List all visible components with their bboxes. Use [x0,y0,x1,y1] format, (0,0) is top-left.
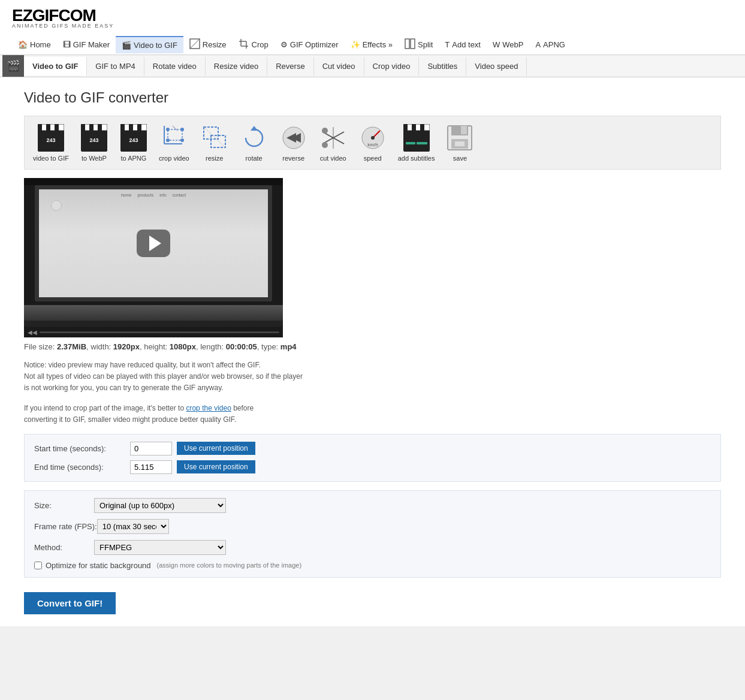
optimizer-icon: ⚙ [280,40,288,49]
svg-rect-11 [46,124,50,131]
tool-label: to WebP [82,155,107,162]
framerate-row: Frame rate (FPS): 10 (max 30 seconds) 15… [34,519,711,534]
second-nav: 🎬 Video to GIF GIF to MP4 Rotate video R… [0,55,745,77]
nav-split[interactable]: Split [399,35,439,55]
nav-add-text[interactable]: T Add text [439,37,487,53]
top-nav: 🏠 Home 🎞 GIF Maker 🎬 Video to GIF Resize… [12,35,733,55]
svg-rect-49 [403,129,430,152]
film-icon-box: 🎬 [2,55,24,77]
tool-label: video to GIF [33,155,69,162]
sub-nav-cut-video[interactable]: Cut video [314,57,364,76]
tool-label: reverse [282,155,304,162]
optimize-note: (assign more colors to moving parts of t… [157,562,302,569]
tool-video-to-gif[interactable]: 243 video to GIF [28,121,74,164]
svg-rect-17 [89,124,93,131]
tool-label: speed [364,155,382,162]
sub-nav-subtitles[interactable]: Subtitles [419,57,466,76]
tool-add-subtitles[interactable]: add subtitles [393,121,440,164]
nav-video-to-gif[interactable]: 🎬 Video to GIF [116,36,183,53]
svg-point-44 [322,128,328,134]
svg-line-33 [173,126,177,131]
tool-cut-video[interactable]: cut video [314,121,352,164]
nav-webp[interactable]: W WebP [487,37,529,53]
svg-rect-53 [420,124,424,131]
end-time-row: End time (seconds): Use current position [34,460,711,474]
notice-line3: is not working for you, you can try to g… [24,382,721,394]
play-button[interactable] [137,230,170,257]
nav-crop[interactable]: Crop [233,35,275,55]
sub-nav-gif-to-mp4[interactable]: GIF to MP4 [87,57,144,76]
svg-rect-52 [412,124,416,131]
tool-rotate[interactable]: rotate [235,121,273,164]
svg-rect-12 [55,124,59,131]
sub-nav-rotate-video[interactable]: Rotate video [144,57,206,76]
end-time-use-current[interactable]: Use current position [177,460,255,473]
svg-rect-54 [406,142,415,144]
sub-nav-video-speed[interactable]: Video speed [466,57,527,76]
svg-line-1 [190,39,200,49]
tool-to-apng[interactable]: 243 to APNG [114,121,153,164]
size-select[interactable]: Original (up to 600px) 320px 480px 640px… [94,498,226,513]
sub-nav-resize-video[interactable]: Resize video [206,57,267,76]
svg-point-30 [180,128,184,131]
optimize-checkbox[interactable] [34,562,42,569]
sub-nav-video-to-gif[interactable]: Video to GIF [24,57,87,76]
svg-rect-28 [168,129,182,140]
main-content: Video to GIF converter 243 video to GIF [0,77,745,626]
tool-speed[interactable]: km/h speed [354,121,392,164]
svg-text:km/h: km/h [367,142,378,147]
tool-reverse[interactable]: reverse [275,121,313,164]
nav-home[interactable]: 🏠 Home [12,37,57,53]
end-time-input[interactable] [130,460,172,474]
tool-crop-video[interactable]: crop video [154,121,194,164]
svg-rect-60 [455,141,465,146]
framerate-select[interactable]: 10 (max 30 seconds) 15 20 25 30 [97,519,169,534]
sub-nav-reverse[interactable]: Reverse [267,57,313,76]
effects-icon: ✨ [351,40,360,49]
method-row: Method: FFMPEG ImageMagick [34,540,711,555]
tool-resize[interactable]: resize [195,121,234,164]
convert-button[interactable]: Convert to GIF! [24,592,116,614]
svg-rect-51 [403,124,408,131]
nav-gif-optimizer[interactable]: ⚙ GIF Optimizer [275,37,345,53]
svg-point-31 [166,138,170,142]
resize-nav-icon [189,38,200,51]
svg-line-36 [204,127,225,147]
nav-resize[interactable]: Resize [183,35,233,55]
nav-apng[interactable]: A APNG [529,37,571,53]
tool-save[interactable]: save [441,121,479,164]
logo-sub: ANIMATED GIFS MADE EASY [12,23,733,29]
sub-nav-crop-video[interactable]: Crop video [364,57,420,76]
settings-section: Size: Original (up to 600px) 320px 480px… [24,490,721,578]
framerate-label: Frame rate (FPS): [34,522,97,531]
nav-effects[interactable]: ✨ Effects » [345,37,399,53]
tool-label: crop video [159,155,189,162]
gif-icon: 🎞 [63,40,71,49]
text-icon: T [445,40,450,49]
notice-line1: Notice: video preview may have reduced q… [24,360,721,371]
crop-video-link[interactable]: crop the video [186,404,231,412]
method-label: Method: [34,543,94,552]
tool-label: resize [206,155,223,162]
tool-label: cut video [320,155,346,162]
time-section: Start time (seconds): Use current positi… [24,434,721,482]
tool-to-webp[interactable]: 243 to WebP [75,121,113,164]
svg-point-47 [371,136,375,140]
svg-text:243: 243 [46,137,55,143]
start-time-label: Start time (seconds): [34,444,130,453]
apng-icon: A [535,40,541,49]
start-time-input[interactable] [130,442,172,455]
tool-label: add subtitles [398,155,435,162]
tool-label: to APNG [121,155,147,162]
start-time-row: Start time (seconds): Use current positi… [34,442,711,455]
crop-nav-icon [239,38,249,51]
svg-marker-37 [251,126,258,131]
file-info: File size: 2.37MiB, width: 1920px, heigh… [24,342,721,351]
method-select[interactable]: FFMPEG ImageMagick [94,540,226,555]
webp-icon: W [493,40,500,49]
svg-point-29 [166,128,170,131]
end-time-label: End time (seconds): [34,463,130,472]
start-time-use-current[interactable]: Use current position [177,442,255,455]
optimize-label: Optimize for static background (assign m… [34,561,301,570]
nav-gif-maker[interactable]: 🎞 GIF Maker [57,37,116,53]
